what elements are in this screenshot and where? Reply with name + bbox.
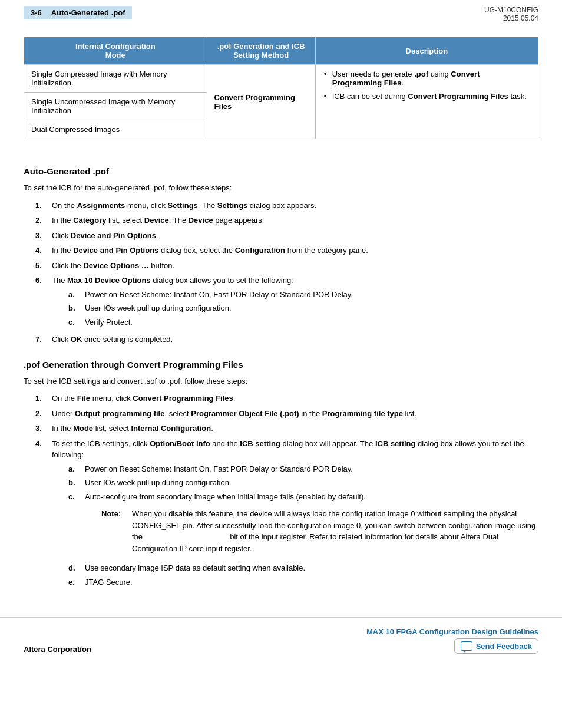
sub-steps-4: a.Power on Reset Scheme: Instant On, Fas…	[68, 463, 538, 588]
page-header: 3-6 Auto-Generated .pof UG-M10CONFIG 201…	[0, 0, 562, 27]
pof-step-2: 2. Under Output programming file, select…	[35, 408, 538, 420]
pof-generation-steps: 1. On the File menu, click Convert Progr…	[35, 393, 538, 590]
method-cell: Convert Programming Files	[207, 65, 315, 139]
desc-item-2: ICB can be set during Convert Programmin…	[323, 92, 531, 101]
pof-sub-step-d: d.Use secondary image ISP data as defaul…	[68, 562, 538, 574]
pof-step-4: 4. To set the ICB settings, click Option…	[35, 438, 538, 591]
note-box: Note: When you disable this feature, the…	[101, 508, 538, 554]
pof-sub-step-a: a.Power on Reset Scheme: Instant On, Fas…	[68, 463, 538, 475]
sub-step-6a: a.Power on Reset Scheme: Instant On, Fas…	[68, 289, 353, 301]
pof-sub-step-b: b.User IOs week pull up during configura…	[68, 477, 538, 489]
feedback-label: Send Feedback	[476, 642, 532, 651]
page-footer: Altera Corporation MAX 10 FPGA Configura…	[0, 617, 562, 661]
footer-doc-title: MAX 10 FPGA Configuration Design Guideli…	[366, 627, 538, 636]
sub-steps-6: a.Power on Reset Scheme: Instant On, Fas…	[68, 289, 353, 328]
step-5: 5. Click the Device Options … button.	[35, 260, 538, 272]
col-header-mode: Internal ConfigurationMode	[24, 37, 207, 65]
table-row: Single Compressed Image with Memory Init…	[24, 65, 538, 93]
footer-company: Altera Corporation	[24, 645, 91, 654]
doc-id: UG-M10CONFIG	[484, 6, 538, 14]
step-4: 4. In the Device and Pin Options dialog …	[35, 245, 538, 256]
footer-right: MAX 10 FPGA Configuration Design Guideli…	[366, 627, 538, 654]
step-1: 1. On the Assignments menu, click Settin…	[35, 200, 538, 212]
pof-sub-step-e: e.JTAG Secure.	[68, 577, 538, 588]
page-num-section: 3-6 Auto-Generated .pof	[24, 6, 132, 19]
col-header-desc: Description	[315, 37, 538, 65]
page-meta: UG-M10CONFIG 2015.05.04	[484, 6, 538, 22]
mode-cell-1: Single Compressed Image with Memory Init…	[24, 65, 207, 93]
main-content: Auto-Generated .pof To set the ICB for t…	[0, 149, 562, 599]
page-number: 3-6	[31, 8, 42, 17]
pof-step-1: 1. On the File menu, click Convert Progr…	[35, 393, 538, 404]
auto-generated-steps: 1. On the Assignments menu, click Settin…	[35, 200, 538, 345]
configuration-table: Internal ConfigurationMode .pof Generati…	[24, 37, 538, 139]
step-2: 2. In the Category list, select Device. …	[35, 215, 538, 226]
col-header-method: .pof Generation and ICBSetting Method	[207, 37, 315, 65]
mode-cell-3: Dual Compressed Images	[24, 120, 207, 139]
auto-generated-intro: To set the ICB for the auto-generated .p…	[24, 182, 538, 194]
header-section-title: Auto-Generated .pof	[51, 8, 125, 17]
desc-cell: User needs to generate .pof using Conver…	[315, 65, 538, 139]
pof-generation-heading: .pof Generation through Convert Programm…	[24, 360, 538, 370]
step-6: 6. The Max 10 Device Options dialog box …	[35, 275, 538, 330]
pof-step-3: 3. In the Mode list, select Internal Con…	[35, 423, 538, 434]
mode-cell-2: Single Uncompressed Image with Memory In…	[24, 93, 207, 120]
feedback-icon	[461, 641, 472, 651]
send-feedback-button[interactable]: Send Feedback	[454, 638, 538, 654]
sub-step-6b: b.User IOs week pull up during configura…	[68, 302, 353, 314]
auto-generated-heading: Auto-Generated .pof	[24, 166, 538, 176]
desc-item-1: User needs to generate .pof using Conver…	[323, 70, 531, 87]
doc-date: 2015.05.04	[484, 14, 538, 22]
pof-generation-intro: To set the ICB settings and convert .sof…	[24, 375, 538, 387]
step-7: 7. Click OK once setting is completed.	[35, 334, 538, 345]
pof-sub-step-c: c. Auto-recofigure from secondary image …	[68, 491, 538, 561]
step-3: 3. Click Device and Pin Options.	[35, 230, 538, 242]
sub-step-6c: c.Verify Protect.	[68, 317, 353, 328]
